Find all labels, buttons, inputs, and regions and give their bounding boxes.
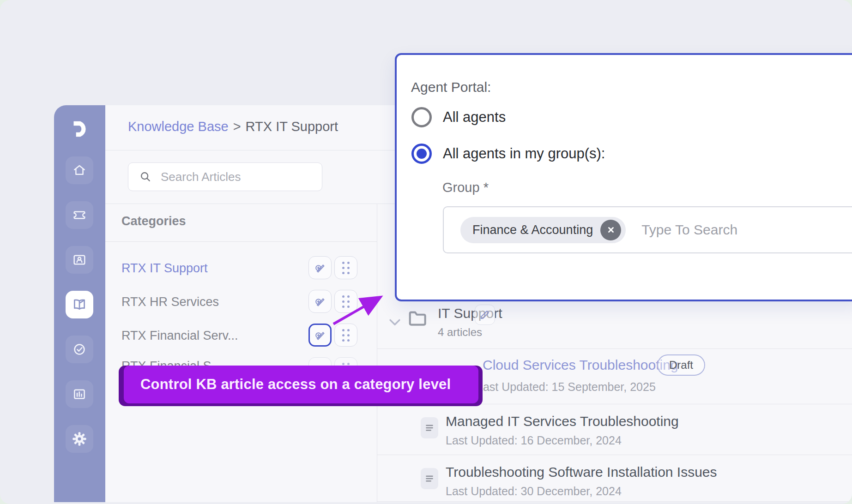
sidebar-item-reports[interactable] — [66, 380, 93, 408]
callout-banner: Control KB article access on a category … — [119, 366, 483, 406]
close-icon — [607, 226, 615, 234]
sidebar-item-settings[interactable] — [66, 425, 93, 453]
chip-remove-button[interactable] — [600, 220, 621, 240]
category-rtx-financial-services[interactable]: RTX Financial Serv... — [121, 329, 238, 343]
gear-icon — [72, 432, 87, 446]
article-updated: Last Updated: 30 December, 2024 — [446, 485, 622, 498]
sidebar-item-contacts[interactable] — [66, 246, 93, 274]
article-link-managed-it[interactable]: Managed IT Services Troubleshooting — [446, 414, 679, 429]
check-circle-icon — [72, 342, 87, 357]
home-icon — [72, 163, 87, 178]
group-search-input[interactable] — [641, 222, 852, 238]
callout-text: Control KB article access on a category … — [140, 376, 451, 393]
category-rtx-hr-services[interactable]: RTX HR Services — [121, 295, 219, 309]
group-multiselect[interactable]: Finance & Accounting — [443, 206, 852, 253]
radio-label: All agents — [443, 109, 506, 126]
categories-header: Categories — [121, 214, 186, 228]
article-row-divider — [377, 501, 852, 502]
contact-card-icon — [72, 252, 87, 267]
article-row-divider — [377, 348, 852, 349]
screenshot-canvas: Knowledge Base>RTX IT Support Categories… — [0, 0, 852, 504]
document-icon — [421, 468, 438, 489]
sidebar-item-home[interactable] — [66, 156, 93, 184]
article-row-divider — [377, 455, 852, 455]
bar-chart-icon — [72, 387, 87, 402]
breadcrumb-separator: > — [233, 119, 241, 134]
book-icon — [72, 297, 87, 312]
group-chip-finance-accounting: Finance & Accounting — [460, 217, 626, 243]
folder-icon — [405, 306, 429, 330]
draft-status-badge: Draft — [657, 354, 705, 376]
sidebar-item-knowledge-base[interactable] — [66, 291, 93, 318]
radio-unselected-icon[interactable] — [411, 107, 432, 127]
category-rtx-it-support[interactable]: RTX IT Support — [121, 261, 208, 276]
categories-divider — [105, 241, 377, 242]
panel-divider — [377, 204, 377, 502]
category-0-access-button[interactable] — [308, 256, 332, 279]
breadcrumb-knowledge-base-link[interactable]: Knowledge Base — [128, 119, 229, 134]
search-input[interactable] — [160, 169, 300, 185]
sidebar-item-tickets[interactable] — [66, 201, 93, 229]
annotation-arrow — [323, 284, 402, 339]
search-icon — [139, 170, 152, 184]
article-updated: Last Updated: 16 December, 2024 — [446, 434, 622, 447]
breadcrumb-current: RTX IT Support — [246, 119, 338, 134]
app-backdrop: Knowledge Base>RTX IT Support Categories… — [0, 0, 852, 504]
breadcrumb: Knowledge Base>RTX IT Support — [128, 119, 338, 134]
article-link-software-installation[interactable]: Troubleshooting Software Installation Is… — [446, 464, 717, 480]
chip-label: Finance & Accounting — [472, 223, 593, 237]
agent-portal-label: Agent Portal: — [411, 79, 491, 95]
pencil-icon — [479, 309, 491, 321]
search-articles-box — [128, 162, 322, 191]
radio-selected-icon[interactable] — [411, 144, 432, 164]
callout-banner-face: Control KB article access on a category … — [124, 366, 478, 403]
article-link-cloud-services[interactable]: Cloud Services Troubleshooting — [483, 357, 678, 373]
tag-edit-icon — [314, 261, 326, 274]
article-updated: Last Updated: 15 September, 2025 — [477, 380, 656, 394]
app-logo-icon — [68, 117, 91, 140]
drag-dots-icon — [341, 260, 351, 276]
radio-option-all-agents[interactable]: All agents — [411, 107, 506, 127]
radio-option-all-agents-in-group[interactable]: All agents in my group(s): — [411, 144, 605, 164]
radio-label: All agents in my group(s): — [443, 145, 605, 162]
folder-article-count: 4 articles — [438, 326, 482, 339]
category-0-drag-handle[interactable] — [334, 256, 357, 279]
sidebar — [54, 105, 105, 502]
ticket-icon — [72, 208, 87, 222]
sidebar-item-approvals[interactable] — [66, 336, 93, 363]
document-icon — [421, 417, 438, 438]
group-field-label: Group * — [442, 180, 489, 195]
folder-edit-button[interactable] — [475, 305, 495, 325]
